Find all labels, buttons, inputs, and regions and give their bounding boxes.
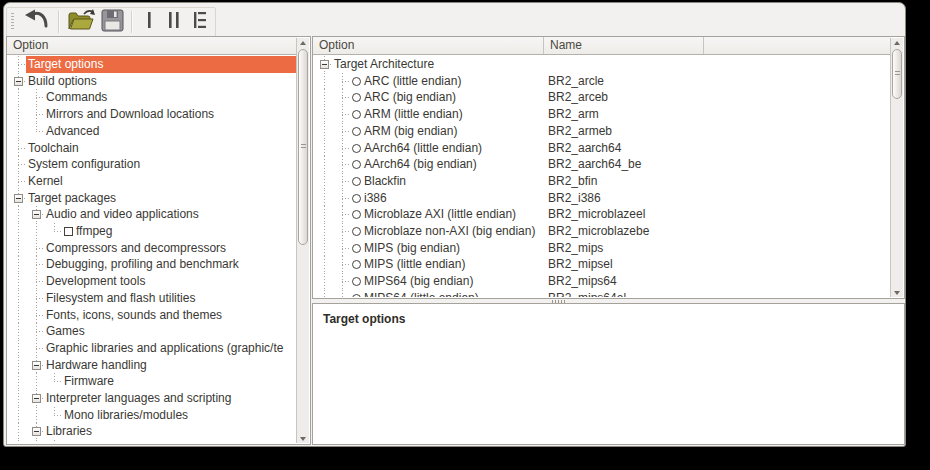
option-list-item-label: ARC (big endian) (352, 90, 456, 104)
split-view-icon (164, 9, 184, 35)
expander-minus-icon[interactable] (32, 361, 41, 370)
save-floppy-icon (101, 9, 124, 36)
config-tree-item[interactable]: Mono libraries/modules (8, 407, 298, 424)
config-tree-item[interactable]: ffmpeg (8, 223, 298, 240)
scrollbar-thumb[interactable] (892, 49, 902, 99)
config-tree-panel: Option Target optionsBuild optionsComman… (6, 36, 311, 445)
left-vertical-scrollbar[interactable] (296, 38, 309, 443)
config-tree-item[interactable]: Target options (8, 56, 298, 73)
radio-icon[interactable] (352, 177, 361, 186)
config-tree-item-label: Interpreter languages and scripting (46, 391, 231, 405)
scroll-up-icon[interactable] (297, 38, 309, 47)
name-column-header[interactable]: Name (544, 37, 704, 54)
radio-icon[interactable] (352, 160, 361, 169)
config-tree-item[interactable]: Fonts, icons, sounds and themes (8, 307, 298, 324)
toolbar-drag-handle[interactable] (11, 13, 14, 31)
option-list: Target ArchitectureARC (little endian)BR… (314, 55, 892, 297)
config-tree-item-label: Filesystem and flash utilities (46, 291, 195, 305)
option-list-item[interactable]: MIPS (little endian)BR2_mipsel (314, 256, 892, 273)
scrollbar-thumb[interactable] (298, 49, 308, 245)
help-panel[interactable]: Target options (312, 303, 905, 445)
symbol-name: BR2_arceb (548, 90, 608, 104)
radio-icon[interactable] (352, 260, 361, 269)
option-list-item[interactable]: ARC (big endian)BR2_arceb (314, 89, 892, 106)
option-list-item-label: Microblaze non-AXI (big endian) (352, 224, 535, 238)
config-tree-item[interactable]: Graphic libraries and applications (grap… (8, 340, 298, 357)
scroll-down-icon[interactable] (297, 434, 309, 443)
symbol-name: BR2_microblazebe (548, 224, 649, 238)
config-tree-item-label: Kernel (28, 174, 63, 188)
option-list-item[interactable]: i386BR2_i386 (314, 190, 892, 207)
config-tree-item-label: Graphic libraries and applications (grap… (46, 341, 283, 355)
config-tree-item[interactable]: Kernel (8, 173, 298, 190)
config-tree-item[interactable]: Compressors and decompressors (8, 240, 298, 257)
open-button[interactable] (64, 9, 98, 35)
option-list-item-label: MIPS64 (big endian) (352, 274, 473, 288)
radio-icon[interactable] (352, 127, 361, 136)
option-list-item[interactable]: ARM (big endian)BR2_armeb (314, 123, 892, 140)
option-list-item[interactable]: ARC (little endian)BR2_arcle (314, 73, 892, 90)
config-tree-item[interactable]: Audio/Sound (8, 440, 298, 443)
radio-icon[interactable] (352, 210, 361, 219)
radio-icon[interactable] (352, 294, 361, 297)
config-tree-item[interactable]: Target packages (8, 190, 298, 207)
config-tree-item[interactable]: Advanced (8, 123, 298, 140)
config-tree-item[interactable]: Mirrors and Download locations (8, 106, 298, 123)
right-vertical-scrollbar[interactable] (890, 38, 903, 297)
radio-icon[interactable] (352, 93, 361, 102)
config-tree-item[interactable]: System configuration (8, 156, 298, 173)
config-tree-item[interactable]: Development tools (8, 273, 298, 290)
config-tree-item[interactable]: Firmware (8, 373, 298, 390)
option-list-item[interactable]: ARM (little endian)BR2_arm (314, 106, 892, 123)
option-list-item[interactable]: AArch64 (big endian)BR2_aarch64_be (314, 156, 892, 173)
config-tree-item[interactable]: Libraries (8, 423, 298, 440)
radio-icon[interactable] (352, 227, 361, 236)
option-list-item[interactable]: Target Architecture (314, 56, 892, 73)
option-list-item[interactable]: AArch64 (little endian)BR2_aarch64 (314, 140, 892, 157)
single-view-icon (140, 9, 158, 35)
full-view-button[interactable] (187, 9, 213, 35)
config-tree-item[interactable]: Audio and video applications (8, 206, 298, 223)
option-list-item[interactable]: MIPS64 (little endian)BR2_mips64el (314, 290, 892, 297)
config-tree-item[interactable]: Games (8, 323, 298, 340)
config-tree-item[interactable]: Hardware handling (8, 357, 298, 374)
expander-minus-icon[interactable] (14, 194, 23, 203)
config-tree-item[interactable]: Build options (8, 73, 298, 90)
radio-icon[interactable] (352, 144, 361, 153)
symbol-name: BR2_armeb (548, 124, 612, 138)
scroll-up-icon[interactable] (891, 38, 903, 47)
save-button[interactable] (98, 9, 127, 35)
radio-icon[interactable] (352, 194, 361, 203)
scroll-down-icon[interactable] (891, 288, 903, 297)
config-tree-item-label: Commands (46, 90, 107, 104)
expander-minus-icon[interactable] (32, 427, 41, 436)
back-button[interactable] (20, 9, 54, 35)
symbol-name: BR2_aarch64 (548, 141, 621, 155)
option-column-header[interactable]: Option (313, 37, 544, 54)
option-list-item[interactable]: MIPS (big endian)BR2_mips (314, 240, 892, 257)
config-tree-item[interactable]: Debugging, profiling and benchmark (8, 256, 298, 273)
expander-minus-icon[interactable] (32, 394, 41, 403)
radio-icon[interactable] (352, 77, 361, 86)
option-column-header[interactable]: Option (7, 37, 297, 54)
option-list-item[interactable]: BlackfinBR2_bfin (314, 173, 892, 190)
config-tree-item[interactable]: Commands (8, 89, 298, 106)
expander-minus-icon[interactable] (32, 210, 41, 219)
radio-icon[interactable] (352, 110, 361, 119)
radio-icon[interactable] (352, 277, 361, 286)
expander-minus-icon[interactable] (320, 60, 329, 69)
checkbox-icon[interactable] (64, 227, 73, 236)
single-view-button[interactable] (137, 9, 161, 35)
option-list-item[interactable]: Microblaze AXI (little endian)BR2_microb… (314, 206, 892, 223)
option-list-item[interactable]: MIPS64 (big endian)BR2_mips64 (314, 273, 892, 290)
split-view-button[interactable] (161, 9, 187, 35)
expander-minus-icon[interactable] (14, 77, 23, 86)
config-tree-item[interactable]: Interpreter languages and scripting (8, 390, 298, 407)
symbol-name: BR2_bfin (548, 174, 597, 188)
config-tree-item[interactable]: Toolchain (8, 140, 298, 157)
config-tree-item[interactable]: Filesystem and flash utilities (8, 290, 298, 307)
config-tree-item-label: Toolchain (28, 141, 79, 155)
radio-icon[interactable] (352, 244, 361, 253)
symbol-name: BR2_mips64 (548, 274, 617, 288)
option-list-item[interactable]: Microblaze non-AXI (big endian)BR2_micro… (314, 223, 892, 240)
